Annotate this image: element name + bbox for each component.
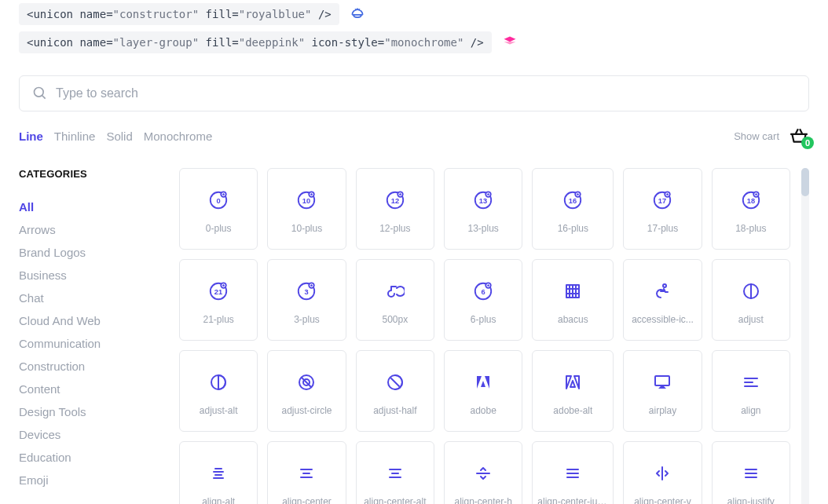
icon-label: 17-plus: [647, 223, 678, 234]
icon-grid: 00-plus1010-plus1212-plus1313-plus1616-p…: [179, 168, 801, 504]
search-box[interactable]: [19, 75, 809, 111]
svg-text:16: 16: [569, 197, 577, 205]
icon-label: abacus: [558, 314, 588, 325]
icon-card-adjust-circle[interactable]: adjust-circle: [267, 350, 346, 432]
category-all[interactable]: All: [19, 195, 160, 218]
category-design-tools[interactable]: Design Tools: [19, 400, 160, 423]
icon-card-18-plus[interactable]: 1818-plus: [712, 168, 790, 250]
align-justify-icon: [739, 462, 763, 485]
svg-text:10: 10: [302, 197, 310, 205]
categories-heading: CATEGORIES: [19, 168, 160, 180]
icon-card-17-plus[interactable]: 1717-plus: [623, 168, 702, 250]
icon-card-0-plus[interactable]: 00-plus: [179, 168, 258, 250]
13-plus-icon: 13: [471, 188, 495, 212]
tab-line[interactable]: Line: [19, 130, 43, 143]
18-plus-icon: 18: [739, 188, 763, 212]
icon-card-16-plus[interactable]: 1616-plus: [532, 168, 614, 250]
adjust-alt-icon: [207, 371, 230, 394]
icon-label: align-center-h: [454, 496, 511, 504]
align-center-v-icon: [650, 462, 674, 485]
icon-card-align[interactable]: align: [712, 350, 790, 432]
category-emoji[interactable]: Emoji: [19, 469, 160, 491]
icon-card-adjust-half[interactable]: adjust-half: [356, 350, 434, 432]
svg-line-1: [42, 96, 46, 99]
svg-text:12: 12: [391, 197, 399, 205]
icon-label: align: [741, 405, 760, 416]
align-alt-icon: [207, 462, 230, 485]
category-content[interactable]: Content: [19, 378, 160, 400]
icon-card-align-center-h[interactable]: align-center-h: [444, 441, 522, 504]
icon-label: adjust-alt: [200, 405, 238, 416]
17-plus-icon: 17: [650, 188, 674, 212]
icon-card-3-plus[interactable]: 33-plus: [267, 259, 346, 341]
align-center-icon: [295, 462, 318, 485]
category-construction[interactable]: Construction: [19, 355, 160, 378]
category-brand-logos[interactable]: Brand Logos: [19, 241, 160, 264]
category-chat[interactable]: Chat: [19, 287, 160, 309]
search-container: [19, 75, 809, 111]
search-input[interactable]: [56, 86, 796, 100]
category-business[interactable]: Business: [19, 264, 160, 287]
icon-card-align-justify[interactable]: align-justify: [712, 441, 790, 504]
scrollbar-thumb[interactable]: [801, 168, 809, 196]
code-example-row: <unicon name="constructor" fill="royalbl…: [19, 3, 809, 25]
category-education[interactable]: Education: [19, 446, 160, 469]
tab-monochrome[interactable]: Monochrome: [144, 130, 213, 143]
svg-line-66: [391, 378, 399, 386]
adjust-circle-icon: [295, 371, 318, 394]
icon-card-adobe[interactable]: adobe: [444, 350, 522, 432]
icon-label: align-center-v: [634, 496, 691, 504]
icon-card-adjust-alt[interactable]: adjust-alt: [179, 350, 258, 432]
icon-card-align-center[interactable]: align-center: [267, 441, 346, 504]
align-center-justify-icon: [561, 462, 584, 485]
icon-label: airplay: [649, 405, 676, 416]
icon-label: align-alt: [202, 496, 235, 504]
icon-card-6-plus[interactable]: 66-plus: [444, 259, 522, 341]
icon-card-accessible-ic...[interactable]: accessible-ic...: [623, 259, 702, 341]
scrollbar[interactable]: [801, 168, 809, 504]
cart-button[interactable]: 0: [789, 126, 809, 146]
svg-point-58: [663, 284, 666, 287]
categories-sidebar: CATEGORIES AllArrowsBrand LogosBusinessC…: [19, 168, 160, 504]
10-plus-icon: 10: [295, 188, 318, 212]
align-center-h-icon: [471, 462, 495, 485]
icon-label: 12-plus: [379, 223, 410, 234]
icon-card-adjust[interactable]: adjust: [712, 259, 790, 341]
icon-label: adjust-half: [373, 405, 416, 416]
icon-card-500px[interactable]: 500px: [356, 259, 434, 341]
svg-text:6: 6: [482, 288, 485, 296]
category-arrows[interactable]: Arrows: [19, 218, 160, 241]
abacus-icon: [561, 279, 584, 303]
constructor-icon: [349, 5, 366, 23]
cart-count-badge: 0: [801, 137, 814, 149]
category-communication[interactable]: Communication: [19, 332, 160, 355]
icon-label: 21-plus: [203, 314, 233, 325]
category-devices[interactable]: Devices: [19, 423, 160, 446]
tab-solid[interactable]: Solid: [106, 130, 132, 143]
icon-card-21-plus[interactable]: 2121-plus: [179, 259, 258, 341]
icon-card-12-plus[interactable]: 1212-plus: [356, 168, 434, 250]
show-cart-link[interactable]: Show cart: [734, 130, 779, 142]
icon-card-align-center-v[interactable]: align-center-v: [623, 441, 702, 504]
icon-label: adjust: [738, 314, 764, 325]
svg-text:3: 3: [305, 288, 309, 296]
500px-icon: [383, 279, 407, 303]
adobe-alt-icon: [561, 371, 584, 394]
icon-card-align-alt[interactable]: align-alt: [179, 441, 258, 504]
category-cloud-and-web[interactable]: Cloud And Web: [19, 309, 160, 332]
adobe-icon: [471, 371, 495, 394]
icon-card-13-plus[interactable]: 1313-plus: [444, 168, 522, 250]
icon-card-10-plus[interactable]: 1010-plus: [267, 168, 346, 250]
icon-label: 16-plus: [558, 223, 588, 234]
tab-thinline[interactable]: Thinline: [54, 130, 96, 143]
search-icon: [32, 86, 56, 101]
icon-card-align-center-alt[interactable]: align-center-alt: [356, 441, 434, 504]
icon-card-airplay[interactable]: airplay: [623, 350, 702, 432]
svg-text:21: 21: [214, 288, 222, 296]
icon-label: 18-plus: [735, 223, 766, 234]
layer-group-icon: [501, 34, 518, 51]
icon-card-adobe-alt[interactable]: adobe-alt: [532, 350, 614, 432]
icon-card-align-center-justify[interactable]: align-center-justify: [532, 441, 614, 504]
svg-text:0: 0: [217, 197, 221, 205]
icon-card-abacus[interactable]: abacus: [532, 259, 614, 341]
